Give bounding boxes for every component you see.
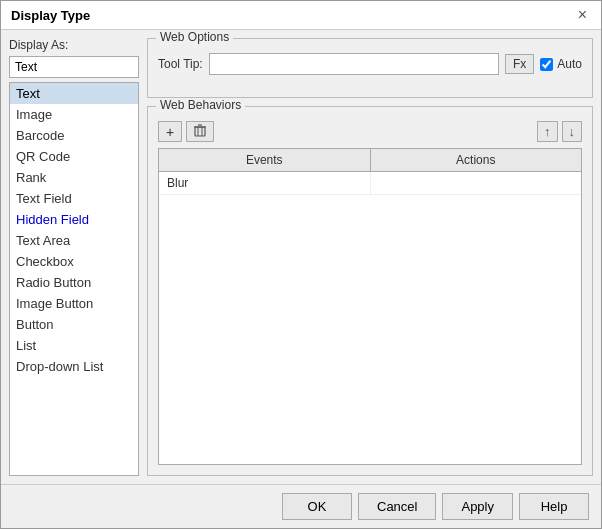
event-cell: Blur xyxy=(159,172,371,194)
delete-behavior-button[interactable] xyxy=(186,121,214,142)
list-item[interactable]: Radio Button xyxy=(10,272,138,293)
display-type-list: TextImageBarcodeQR CodeRankText FieldHid… xyxy=(9,82,139,476)
behaviors-toolbar-right: ↑ ↓ xyxy=(537,121,582,142)
fx-button[interactable]: Fx xyxy=(505,54,534,74)
list-item[interactable]: Image xyxy=(10,104,138,125)
behaviors-table: Events Actions Blur xyxy=(158,148,582,465)
web-options-legend: Web Options xyxy=(156,30,233,44)
list-item[interactable]: Button xyxy=(10,314,138,335)
apply-button[interactable]: Apply xyxy=(442,493,513,520)
list-item[interactable]: Text Area xyxy=(10,230,138,251)
web-behaviors-section: Web Behaviors + xyxy=(147,106,593,476)
trash-icon xyxy=(194,124,206,137)
display-as-input[interactable] xyxy=(9,56,139,78)
auto-row: Auto xyxy=(540,57,582,71)
behaviors-toolbar-left: + xyxy=(158,121,214,142)
dialog-footer: OK Cancel Apply Help xyxy=(1,484,601,528)
list-item[interactable]: Drop-down List xyxy=(10,356,138,377)
list-item[interactable]: Text Field xyxy=(10,188,138,209)
close-button[interactable]: × xyxy=(574,7,591,23)
list-item[interactable]: Hidden Field xyxy=(10,209,138,230)
help-button[interactable]: Help xyxy=(519,493,589,520)
list-item[interactable]: Checkbox xyxy=(10,251,138,272)
actions-header: Actions xyxy=(371,149,582,171)
left-panel: Display As: TextImageBarcodeQR CodeRankT… xyxy=(9,38,139,476)
dialog-title: Display Type xyxy=(11,8,90,23)
title-bar: Display Type × xyxy=(1,1,601,30)
list-item[interactable]: Rank xyxy=(10,167,138,188)
right-panel: Web Options Tool Tip: Fx Auto Web Behavi… xyxy=(147,38,593,476)
behaviors-toolbar: + ↑ ↓ xyxy=(158,121,582,142)
table-body: Blur xyxy=(159,172,581,464)
add-behavior-button[interactable]: + xyxy=(158,121,182,142)
move-down-button[interactable]: ↓ xyxy=(562,121,583,142)
list-item[interactable]: Barcode xyxy=(10,125,138,146)
auto-label: Auto xyxy=(557,57,582,71)
web-options-section: Web Options Tool Tip: Fx Auto xyxy=(147,38,593,98)
svg-rect-0 xyxy=(195,127,205,136)
auto-checkbox[interactable] xyxy=(540,58,553,71)
list-item[interactable]: List xyxy=(10,335,138,356)
list-item[interactable]: Image Button xyxy=(10,293,138,314)
display-as-label: Display As: xyxy=(9,38,139,52)
dialog-body: Display As: TextImageBarcodeQR CodeRankT… xyxy=(1,30,601,484)
tooltip-row: Tool Tip: Fx Auto xyxy=(158,53,582,75)
list-item[interactable]: Text xyxy=(10,83,138,104)
tooltip-input[interactable] xyxy=(209,53,499,75)
web-behaviors-legend: Web Behaviors xyxy=(156,98,245,112)
cancel-button[interactable]: Cancel xyxy=(358,493,436,520)
table-row[interactable]: Blur xyxy=(159,172,581,195)
display-type-dialog: Display Type × Display As: TextImageBarc… xyxy=(0,0,602,529)
list-item[interactable]: QR Code xyxy=(10,146,138,167)
move-up-button[interactable]: ↑ xyxy=(537,121,558,142)
ok-button[interactable]: OK xyxy=(282,493,352,520)
tooltip-label: Tool Tip: xyxy=(158,57,203,71)
table-header: Events Actions xyxy=(159,149,581,172)
action-cell xyxy=(371,172,582,194)
events-header: Events xyxy=(159,149,371,171)
